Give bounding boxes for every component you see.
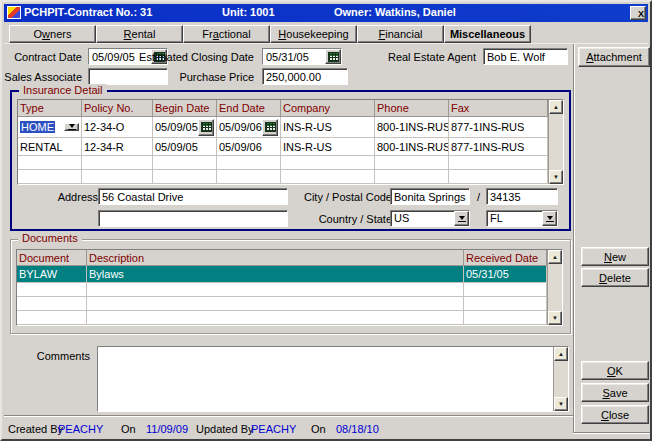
empty-cell[interactable] (464, 297, 547, 311)
document-cell[interactable]: BYLAW (17, 266, 87, 283)
empty-cell[interactable] (87, 311, 464, 325)
side-panel-bottom-line (573, 432, 652, 434)
insurance-policy-cell[interactable]: 12-34-R (82, 138, 153, 156)
empty-cell[interactable] (17, 311, 87, 325)
estimated-closing-date-input[interactable] (263, 49, 325, 64)
chevron-down-icon (459, 216, 465, 220)
empty-cell[interactable] (464, 311, 547, 325)
address-input[interactable] (98, 188, 288, 205)
titlebar[interactable]: PCHPIT-Contract No.: 31 Unit: 1001 Owner… (4, 4, 648, 22)
dropdown-underline (546, 221, 554, 222)
scroll-down-button[interactable]: ▼ (548, 311, 562, 325)
insurance-scrollbar[interactable]: ▲ ▼ (548, 100, 563, 184)
documents-col-document: Document (17, 250, 87, 266)
attachment-button[interactable]: Attachment (578, 47, 650, 67)
empty-cell[interactable] (153, 170, 217, 184)
empty-cell[interactable] (464, 283, 547, 297)
contract-date-label: Contract Date (14, 51, 82, 63)
sales-associate-input[interactable] (88, 68, 168, 85)
documents-table: Document Description Received Date BYLAW… (16, 249, 563, 326)
scroll-down-button[interactable]: ▼ (549, 170, 563, 184)
scroll-down-button[interactable]: ▼ (554, 397, 568, 411)
empty-cell[interactable] (217, 170, 281, 184)
empty-cell[interactable] (82, 156, 153, 170)
empty-cell[interactable] (281, 170, 375, 184)
calendar-icon (265, 122, 276, 132)
empty-cell[interactable] (375, 156, 449, 170)
tab-financial[interactable]: Financial (357, 25, 444, 43)
insurance-fax-cell[interactable]: 877-1INS-RUS (449, 117, 548, 138)
insurance-type-combo[interactable]: HOME (18, 117, 82, 138)
empty-cell[interactable] (18, 170, 82, 184)
insurance-fax-cell[interactable]: 877-1INS-RUS (449, 138, 548, 156)
empty-cell[interactable] (449, 156, 548, 170)
dropdown-underline (68, 129, 76, 130)
insurance-begin-date-cell[interactable]: 05/09/05 (153, 138, 217, 156)
documents-group: Documents Document Description Received … (10, 239, 571, 334)
real-estate-agent-input[interactable] (483, 48, 568, 65)
address-label: Address (58, 191, 98, 203)
insurance-company-cell[interactable]: INS-R-US (281, 138, 375, 156)
comments-scrollbar[interactable]: ▲ ▼ (553, 347, 568, 411)
empty-cell[interactable] (17, 297, 87, 311)
ok-button[interactable]: OK (581, 361, 649, 380)
insurance-col-policy-no: Policy No. (82, 100, 153, 117)
postal-code-input[interactable] (486, 188, 558, 205)
empty-cell[interactable] (87, 283, 464, 297)
empty-cell[interactable] (18, 156, 82, 170)
tab-owners[interactable]: Owners (9, 25, 96, 43)
scroll-up-button[interactable]: ▲ (549, 100, 563, 114)
country-dropdown-button[interactable] (454, 211, 469, 226)
insurance-row-empty (18, 156, 548, 170)
purchase-price-input[interactable] (262, 68, 348, 85)
insurance-begin-date-cell[interactable]: 05/09/05 (153, 117, 217, 138)
country-combo[interactable]: US (390, 210, 470, 227)
insurance-table: Type Policy No. Begin Date End Date Comp… (17, 99, 564, 185)
description-cell[interactable]: Bylaws (87, 266, 464, 283)
tab-housekeeping[interactable]: Housekeeping (270, 25, 357, 43)
received-date-cell[interactable]: 05/31/05 (464, 266, 547, 283)
state-dropdown-button[interactable] (542, 211, 557, 226)
arrow-down-icon: ▼ (552, 315, 558, 321)
empty-cell[interactable] (82, 170, 153, 184)
tab-base-line (4, 43, 648, 44)
window-title: PCHPIT-Contract No.: 31 (24, 6, 152, 18)
insurance-phone-cell[interactable]: 800-1INS-RUS (375, 117, 449, 138)
empty-cell[interactable] (153, 156, 217, 170)
insurance-phone-cell[interactable]: 800-1INS-RUS (375, 138, 449, 156)
end-date-calendar-button[interactable] (262, 119, 278, 136)
insurance-company-cell[interactable]: INS-R-US (281, 117, 375, 138)
delete-button[interactable]: Delete (581, 268, 649, 287)
real-estate-agent-label: Real Estate Agent (388, 51, 476, 63)
insurance-type-cell[interactable]: RENTAL (18, 138, 82, 156)
empty-cell[interactable] (281, 156, 375, 170)
save-button[interactable]: Save (581, 383, 649, 402)
empty-cell[interactable] (375, 170, 449, 184)
begin-date-calendar-button[interactable] (198, 119, 214, 136)
comments-textarea[interactable] (98, 347, 553, 411)
scroll-up-button[interactable]: ▲ (548, 250, 562, 264)
city-input[interactable] (390, 188, 470, 205)
empty-cell[interactable] (217, 156, 281, 170)
type-dropdown-button[interactable] (64, 123, 79, 131)
empty-cell[interactable] (449, 170, 548, 184)
close-window-button[interactable]: X (630, 6, 646, 20)
address-line2-input[interactable] (98, 210, 288, 227)
end-date-value: 05/09/06 (219, 121, 262, 133)
documents-scrollbar[interactable]: ▲ ▼ (547, 250, 562, 325)
tab-rental[interactable]: Rental (96, 25, 183, 43)
state-combo[interactable]: FL (486, 210, 558, 227)
insurance-end-date-cell[interactable]: 05/09/06 (217, 117, 281, 138)
close-button[interactable]: Close (581, 405, 649, 424)
insurance-policy-cell[interactable]: 12-34-O (82, 117, 153, 138)
documents-row-bylaw[interactable]: BYLAW Bylaws 05/31/05 (17, 266, 547, 283)
tab-miscellaneous[interactable]: Miscellaneous (444, 25, 531, 43)
empty-cell[interactable] (87, 297, 464, 311)
scroll-up-button[interactable]: ▲ (554, 347, 568, 361)
empty-cell[interactable] (17, 283, 87, 297)
new-button[interactable]: New (581, 247, 649, 266)
insurance-end-date-cell[interactable]: 05/09/06 (217, 138, 281, 156)
insurance-col-end-date: End Date (217, 100, 281, 117)
estimated-closing-date-calendar-button[interactable] (325, 49, 341, 64)
tab-fractional[interactable]: Fractional (183, 25, 270, 43)
